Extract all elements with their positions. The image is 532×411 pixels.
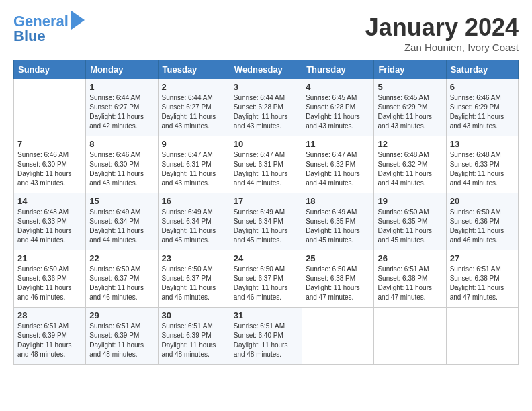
day-number: 20: [450, 196, 515, 206]
calendar-week-row: 28Sunrise: 6:51 AM Sunset: 6:39 PM Dayli…: [14, 308, 519, 365]
day-number: 30: [162, 310, 226, 320]
title-block: January 2024 Zan Hounien, Ivory Coast: [365, 13, 519, 53]
calendar-cell: 18Sunrise: 6:49 AM Sunset: 6:35 PM Dayli…: [302, 193, 374, 250]
calendar-cell: [302, 308, 374, 365]
day-info: Sunrise: 6:46 AM Sunset: 6:29 PM Dayligh…: [450, 93, 515, 131]
day-info: Sunrise: 6:50 AM Sunset: 6:36 PM Dayligh…: [450, 208, 515, 245]
day-info: Sunrise: 6:50 AM Sunset: 6:36 PM Dayligh…: [17, 265, 82, 302]
calendar-cell: 12Sunrise: 6:48 AM Sunset: 6:32 PM Dayli…: [374, 136, 446, 193]
logo-arrow-icon: [71, 11, 85, 30]
weekday-header: Friday: [374, 60, 446, 79]
day-number: 13: [450, 139, 515, 149]
day-info: Sunrise: 6:49 AM Sunset: 6:34 PM Dayligh…: [89, 208, 154, 245]
weekday-header: Saturday: [446, 60, 518, 79]
day-number: 29: [89, 310, 154, 320]
day-info: Sunrise: 6:49 AM Sunset: 6:34 PM Dayligh…: [162, 208, 226, 245]
day-number: 25: [306, 253, 370, 263]
calendar-cell: 3Sunrise: 6:44 AM Sunset: 6:28 PM Daylig…: [230, 79, 302, 136]
day-number: 1: [89, 82, 154, 92]
day-number: 12: [378, 139, 442, 149]
calendar-cell: 31Sunrise: 6:51 AM Sunset: 6:40 PM Dayli…: [230, 308, 302, 365]
day-number: 15: [89, 196, 154, 206]
day-info: Sunrise: 6:46 AM Sunset: 6:30 PM Dayligh…: [17, 150, 82, 188]
day-info: Sunrise: 6:49 AM Sunset: 6:34 PM Dayligh…: [234, 208, 298, 245]
day-info: Sunrise: 6:44 AM Sunset: 6:27 PM Dayligh…: [89, 93, 154, 131]
day-info: Sunrise: 6:48 AM Sunset: 6:33 PM Dayligh…: [17, 208, 82, 245]
day-number: 5: [378, 82, 442, 92]
calendar-cell: 5Sunrise: 6:45 AM Sunset: 6:29 PM Daylig…: [374, 79, 446, 136]
day-number: 16: [162, 196, 226, 206]
calendar-cell: 13Sunrise: 6:48 AM Sunset: 6:33 PM Dayli…: [446, 136, 518, 193]
day-number: 22: [89, 253, 154, 263]
calendar-cell: 15Sunrise: 6:49 AM Sunset: 6:34 PM Dayli…: [86, 193, 158, 250]
calendar-cell: 20Sunrise: 6:50 AM Sunset: 6:36 PM Dayli…: [446, 193, 518, 250]
day-info: Sunrise: 6:51 AM Sunset: 6:38 PM Dayligh…: [378, 265, 442, 302]
calendar-cell: 27Sunrise: 6:51 AM Sunset: 6:38 PM Dayli…: [446, 250, 518, 308]
calendar-cell: 23Sunrise: 6:50 AM Sunset: 6:37 PM Dayli…: [158, 250, 230, 308]
day-number: 11: [306, 139, 370, 149]
calendar-cell: [374, 308, 446, 365]
calendar-cell: 29Sunrise: 6:51 AM Sunset: 6:39 PM Dayli…: [86, 308, 158, 365]
day-number: 23: [162, 253, 226, 263]
calendar-cell: 19Sunrise: 6:50 AM Sunset: 6:35 PM Dayli…: [374, 193, 446, 250]
weekday-header: Sunday: [14, 60, 86, 79]
calendar-cell: 14Sunrise: 6:48 AM Sunset: 6:33 PM Dayli…: [14, 193, 86, 250]
calendar-cell: 16Sunrise: 6:49 AM Sunset: 6:34 PM Dayli…: [158, 193, 230, 250]
day-number: 18: [306, 196, 370, 206]
day-info: Sunrise: 6:50 AM Sunset: 6:37 PM Dayligh…: [162, 265, 226, 302]
calendar-cell: 10Sunrise: 6:47 AM Sunset: 6:31 PM Dayli…: [230, 136, 302, 193]
day-info: Sunrise: 6:45 AM Sunset: 6:29 PM Dayligh…: [378, 93, 442, 131]
page-header: General Blue January 2024 Zan Hounien, I…: [13, 13, 519, 53]
day-number: 17: [234, 196, 298, 206]
day-info: Sunrise: 6:51 AM Sunset: 6:38 PM Dayligh…: [450, 265, 515, 302]
calendar-week-row: 14Sunrise: 6:48 AM Sunset: 6:33 PM Dayli…: [14, 193, 519, 250]
day-number: 26: [378, 253, 442, 263]
day-info: Sunrise: 6:50 AM Sunset: 6:38 PM Dayligh…: [306, 265, 370, 302]
day-info: Sunrise: 6:50 AM Sunset: 6:37 PM Dayligh…: [89, 265, 154, 302]
day-info: Sunrise: 6:47 AM Sunset: 6:31 PM Dayligh…: [162, 150, 226, 188]
day-info: Sunrise: 6:44 AM Sunset: 6:27 PM Dayligh…: [162, 93, 226, 131]
day-number: 31: [234, 310, 298, 320]
calendar-cell: 24Sunrise: 6:50 AM Sunset: 6:37 PM Dayli…: [230, 250, 302, 308]
calendar-cell: [14, 79, 86, 136]
weekday-header: Tuesday: [158, 60, 230, 79]
calendar-cell: 1Sunrise: 6:44 AM Sunset: 6:27 PM Daylig…: [86, 79, 158, 136]
calendar-cell: 8Sunrise: 6:46 AM Sunset: 6:30 PM Daylig…: [86, 136, 158, 193]
day-info: Sunrise: 6:51 AM Sunset: 6:39 PM Dayligh…: [89, 322, 154, 359]
calendar-cell: 2Sunrise: 6:44 AM Sunset: 6:27 PM Daylig…: [158, 79, 230, 136]
weekday-header: Thursday: [302, 60, 374, 79]
day-info: Sunrise: 6:51 AM Sunset: 6:39 PM Dayligh…: [162, 322, 226, 359]
day-info: Sunrise: 6:51 AM Sunset: 6:40 PM Dayligh…: [234, 322, 298, 359]
calendar-cell: 17Sunrise: 6:49 AM Sunset: 6:34 PM Dayli…: [230, 193, 302, 250]
calendar-cell: 30Sunrise: 6:51 AM Sunset: 6:39 PM Dayli…: [158, 308, 230, 365]
weekday-header: Monday: [86, 60, 158, 79]
day-number: 6: [450, 82, 515, 92]
calendar-cell: 28Sunrise: 6:51 AM Sunset: 6:39 PM Dayli…: [14, 308, 86, 365]
day-info: Sunrise: 6:45 AM Sunset: 6:28 PM Dayligh…: [306, 93, 370, 131]
day-info: Sunrise: 6:48 AM Sunset: 6:32 PM Dayligh…: [378, 150, 442, 188]
day-number: 9: [162, 139, 226, 149]
day-info: Sunrise: 6:50 AM Sunset: 6:35 PM Dayligh…: [378, 208, 442, 245]
day-number: 19: [378, 196, 442, 206]
day-info: Sunrise: 6:44 AM Sunset: 6:28 PM Dayligh…: [234, 93, 298, 131]
day-info: Sunrise: 6:49 AM Sunset: 6:35 PM Dayligh…: [306, 208, 370, 245]
day-number: 3: [234, 82, 298, 92]
day-info: Sunrise: 6:50 AM Sunset: 6:37 PM Dayligh…: [234, 265, 298, 302]
day-number: 8: [89, 139, 154, 149]
day-info: Sunrise: 6:48 AM Sunset: 6:33 PM Dayligh…: [450, 150, 515, 188]
calendar-week-row: 21Sunrise: 6:50 AM Sunset: 6:36 PM Dayli…: [14, 250, 519, 308]
calendar-cell: 6Sunrise: 6:46 AM Sunset: 6:29 PM Daylig…: [446, 79, 518, 136]
location-subtitle: Zan Hounien, Ivory Coast: [365, 42, 519, 53]
calendar-cell: 26Sunrise: 6:51 AM Sunset: 6:38 PM Dayli…: [374, 250, 446, 308]
calendar-cell: 21Sunrise: 6:50 AM Sunset: 6:36 PM Dayli…: [14, 250, 86, 308]
day-number: 27: [450, 253, 515, 263]
day-info: Sunrise: 6:51 AM Sunset: 6:39 PM Dayligh…: [17, 322, 82, 359]
calendar-header-row: SundayMondayTuesdayWednesdayThursdayFrid…: [14, 60, 519, 79]
calendar-cell: 25Sunrise: 6:50 AM Sunset: 6:38 PM Dayli…: [302, 250, 374, 308]
day-number: 4: [306, 82, 370, 92]
calendar-cell: 9Sunrise: 6:47 AM Sunset: 6:31 PM Daylig…: [158, 136, 230, 193]
day-number: 14: [17, 196, 82, 206]
day-number: 10: [234, 139, 298, 149]
calendar-week-row: 1Sunrise: 6:44 AM Sunset: 6:27 PM Daylig…: [14, 79, 519, 136]
logo: General Blue: [13, 13, 85, 44]
